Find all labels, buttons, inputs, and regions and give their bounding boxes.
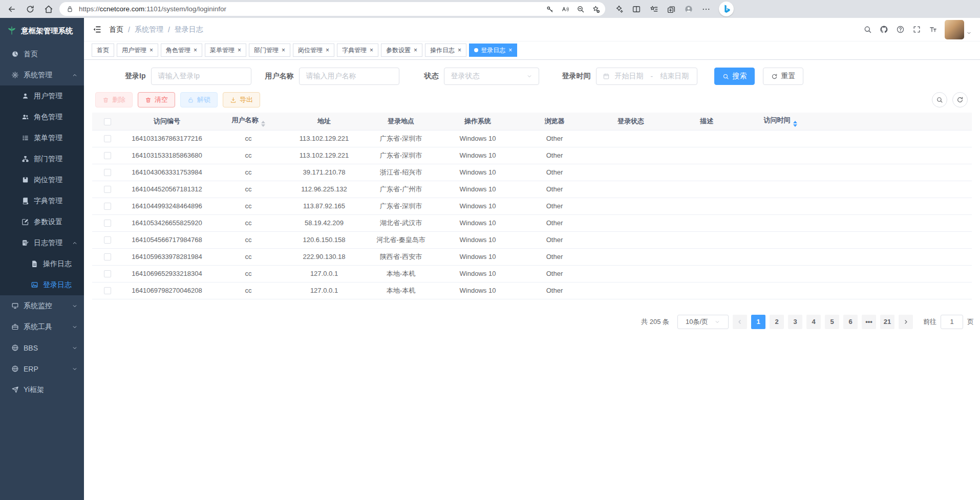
sidebar-item-dict-mgmt[interactable]: 字典管理: [0, 190, 84, 211]
page-button-2[interactable]: 2: [770, 315, 784, 329]
font-size-icon[interactable]: [929, 25, 938, 34]
page-size-select[interactable]: 10条/页: [677, 315, 729, 329]
select-all-checkbox[interactable]: [104, 118, 111, 125]
split-screen-icon[interactable]: [629, 2, 644, 16]
url-bar[interactable]: https://ccnetcore.com:1101/system/log/lo…: [59, 2, 605, 16]
tab-operation-log[interactable]: 操作日志×: [425, 44, 466, 57]
search-button[interactable]: 搜索: [714, 68, 755, 85]
table-row[interactable]: 1641059633978281984cc222.90.130.18陕西省-西安…: [92, 248, 972, 265]
sidebar-item-param-settings[interactable]: 参数设置: [0, 211, 84, 232]
user-name-input[interactable]: 请输入用户名称: [299, 68, 399, 85]
sidebar-item-log-mgmt[interactable]: 日志管理: [0, 232, 84, 253]
delete-button[interactable]: 删除: [95, 92, 133, 107]
avatar[interactable]: [945, 20, 964, 39]
read-aloud-icon[interactable]: [558, 3, 572, 15]
table-row[interactable]: 1641031533185863680cc113.102.129.221广东省-…: [92, 147, 972, 164]
sidebar-item-bbs[interactable]: BBS: [0, 337, 84, 358]
close-icon[interactable]: ×: [458, 47, 461, 53]
page-ellipsis[interactable]: •••: [862, 315, 876, 329]
sidebar-item-dept-mgmt[interactable]: 部门管理: [0, 148, 84, 169]
sort-icon[interactable]: [261, 121, 265, 127]
column-header[interactable]: 用户名称: [211, 113, 286, 130]
tab-login-log[interactable]: 登录日志×: [469, 44, 517, 57]
page-button-5[interactable]: 5: [825, 315, 839, 329]
close-icon[interactable]: ×: [414, 47, 417, 53]
app-logo[interactable]: 意框架管理系统: [0, 18, 84, 44]
search-icon[interactable]: [863, 25, 872, 34]
page-button-1[interactable]: 1: [751, 315, 765, 329]
chevron-down-icon[interactable]: [966, 30, 972, 36]
row-checkbox[interactable]: [104, 203, 111, 210]
help-icon[interactable]: [896, 25, 905, 34]
row-checkbox[interactable]: [104, 220, 111, 227]
tab-home[interactable]: 首页: [92, 44, 114, 57]
login-ip-input[interactable]: 请输入登录Ip: [151, 68, 251, 85]
table-row[interactable]: 1641053426655825920cc58.19.42.209湖北省-武汉市…: [92, 214, 972, 231]
table-row[interactable]: 1641054566717984768cc120.6.150.158河北省-秦皇…: [92, 231, 972, 248]
settings-icon[interactable]: [698, 2, 714, 16]
collections-icon[interactable]: [664, 2, 679, 16]
table-search-button[interactable]: [932, 92, 947, 107]
row-checkbox[interactable]: [104, 135, 111, 142]
tab-menu-mgmt[interactable]: 菜单管理×: [205, 44, 246, 57]
clear-button[interactable]: 清空: [138, 92, 175, 107]
prev-page-button[interactable]: [733, 315, 747, 329]
row-checkbox[interactable]: [104, 253, 111, 260]
page-button-21[interactable]: 21: [880, 315, 894, 329]
back-icon[interactable]: [4, 2, 19, 16]
export-button[interactable]: 导出: [223, 92, 260, 107]
next-page-button[interactable]: [899, 315, 913, 329]
sidebar-item-home[interactable]: 首页: [0, 44, 84, 64]
fullscreen-icon[interactable]: [912, 25, 921, 34]
row-checkbox[interactable]: [104, 186, 111, 193]
breadcrumb-item[interactable]: 首页: [109, 25, 123, 34]
favorites-icon[interactable]: [646, 2, 662, 16]
column-header[interactable]: 访问时间: [744, 113, 816, 130]
status-select[interactable]: 登录状态: [444, 68, 539, 85]
close-icon[interactable]: ×: [238, 47, 241, 53]
tab-post-mgmt[interactable]: 岗位管理×: [293, 44, 334, 57]
github-icon[interactable]: [880, 25, 888, 34]
reset-button[interactable]: 重置: [763, 68, 803, 85]
home-icon[interactable]: [41, 2, 56, 16]
table-row[interactable]: 1641044993248464896cc113.87.92.165广东省-深圳…: [92, 198, 972, 214]
sidebar-item-menu-mgmt[interactable]: 菜单管理: [0, 127, 84, 148]
table-row[interactable]: 1641043063331753984cc39.171.210.78浙江省-绍兴…: [92, 164, 972, 181]
page-button-3[interactable]: 3: [788, 315, 802, 329]
date-range-picker[interactable]: 开始日期 - 结束日期: [596, 68, 697, 85]
table-row[interactable]: 1641069652933218304cc127.0.0.1本地-本机Windo…: [92, 265, 972, 282]
key-icon[interactable]: [543, 3, 557, 15]
browser-essentials-icon[interactable]: [611, 2, 627, 16]
sidebar-item-login-log[interactable]: 登录日志: [0, 274, 84, 295]
bing-chat-icon[interactable]: [719, 2, 734, 16]
sidebar-item-erp[interactable]: ERP: [0, 358, 84, 379]
lock-icon[interactable]: [65, 2, 75, 16]
close-icon[interactable]: ×: [150, 47, 153, 53]
refresh-icon[interactable]: [23, 2, 38, 16]
tab-role-mgmt[interactable]: 角色管理×: [161, 44, 202, 57]
sidebar-item-yi-framework[interactable]: Yi框架: [0, 379, 84, 400]
close-icon[interactable]: ×: [370, 47, 373, 53]
row-checkbox[interactable]: [104, 270, 111, 277]
row-checkbox[interactable]: [104, 152, 111, 159]
tab-user-mgmt[interactable]: 用户管理×: [117, 44, 158, 57]
sidebar-item-system-monitor[interactable]: 系统监控: [0, 295, 84, 316]
tab-dept-mgmt[interactable]: 部门管理×: [249, 44, 290, 57]
row-checkbox[interactable]: [104, 287, 111, 294]
row-checkbox[interactable]: [104, 236, 111, 244]
goto-page-input[interactable]: [941, 315, 963, 329]
table-refresh-button[interactable]: [952, 92, 968, 107]
page-button-6[interactable]: 6: [843, 315, 858, 329]
sidebar-fold-icon[interactable]: [92, 25, 102, 34]
sidebar-item-user-mgmt[interactable]: 用户管理: [0, 85, 84, 106]
sidebar-item-system-mgmt[interactable]: 系统管理: [0, 64, 84, 85]
close-icon[interactable]: ×: [194, 47, 197, 53]
table-row[interactable]: 1641044520567181312cc112.96.225.132广东省-广…: [92, 181, 972, 198]
sidebar-item-post-mgmt[interactable]: 岗位管理: [0, 169, 84, 190]
sidebar-item-system-tools[interactable]: 系统工具: [0, 316, 84, 337]
sort-icon[interactable]: [793, 121, 797, 127]
close-icon[interactable]: ×: [326, 47, 329, 53]
unlock-button[interactable]: 解锁: [180, 92, 218, 107]
sidebar-item-operation-log[interactable]: 操作日志: [0, 253, 84, 274]
table-row[interactable]: 1641031367863177216cc113.102.129.221广东省-…: [92, 130, 972, 147]
